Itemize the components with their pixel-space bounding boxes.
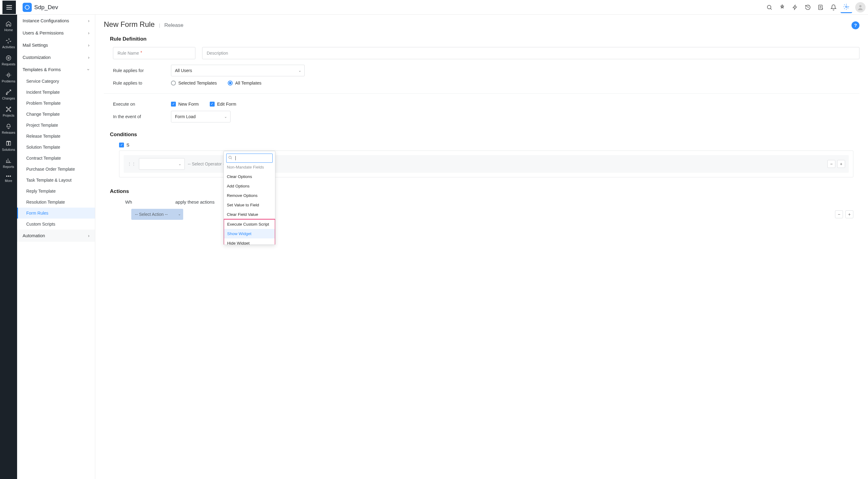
svg-point-12 [10,110,11,111]
svg-point-5 [8,57,9,59]
dropdown-item-add-options[interactable]: Add Options [224,181,275,191]
sidebar-item-custom-scripts[interactable]: Custom Scripts [17,219,95,230]
svg-point-10 [10,107,11,108]
dropdown-item[interactable]: Non-Mandate Fields [224,165,275,172]
nav-more[interactable]: More [0,171,17,186]
condition-toggle[interactable]: ✓S [119,142,854,148]
nav-solutions[interactable]: Solutions [0,137,17,155]
history-icon[interactable] [802,2,814,13]
settings-icon[interactable] [840,2,852,13]
section-rule-definition: Rule Definition [110,36,860,42]
sidebar-item-incident-template[interactable]: Incident Template [17,87,95,98]
condition-field-select[interactable]: ⌄ [139,158,185,170]
sidebar-item-contract-template[interactable]: Contract Template [17,153,95,164]
dropdown-item-clear-field[interactable]: Clear Field Value [224,210,275,219]
dropdown-item-clear-options[interactable]: Clear Options [224,172,275,181]
svg-point-13 [6,175,7,177]
description-input[interactable] [202,47,860,59]
svg-point-6 [6,56,11,60]
app-brand[interactable]: Sdp_Dev [23,3,58,12]
avatar[interactable] [855,2,866,12]
applies-for-label: Rule applies for [113,68,171,73]
chk-new-form[interactable]: ✓New Form [171,102,199,106]
nav-requests[interactable]: Requests [0,52,17,69]
remove-action-button[interactable]: − [835,210,843,218]
svg-point-4 [859,5,861,7]
nav-activities[interactable]: Activities [0,35,17,52]
sidebar-group-mail[interactable]: Mail Settings› [17,39,95,51]
svg-point-11 [6,110,7,111]
section-actions: Actions [110,188,860,194]
app-title: Sdp_Dev [34,4,58,11]
execute-label: Execute on [113,102,171,106]
sidebar-item-task-template[interactable]: Task Template & Layout [17,174,95,186]
bolt-icon[interactable] [789,2,801,13]
add-condition-button[interactable]: + [837,160,845,168]
sidebar-item-form-rules[interactable]: Form Rules [17,207,95,219]
sidebar-item-release-template[interactable]: Release Template [17,131,95,142]
dropdown-item-show-widget[interactable]: Show Widget [224,229,275,238]
sidebar-group-users[interactable]: Users & Permissions› [17,27,95,39]
add-action-button[interactable]: + [845,210,854,218]
svg-point-0 [25,5,29,9]
dropdown-search-input[interactable] [226,154,273,163]
content: New Form Rule | Release ? Rule Definitio… [95,15,868,479]
applies-to-label: Rule applies to [113,81,171,86]
radio-selected-templates[interactable]: Selected Templates [171,81,217,86]
topbar: Sdp_Dev [0,0,868,15]
app-logo-icon [23,3,32,12]
rule-name-input[interactable] [113,47,195,59]
nav-releases[interactable]: Releases [0,120,17,137]
chk-edit-form[interactable]: ✓Edit Form [210,102,236,106]
dropdown-item-hide-widget[interactable]: Hide Widget [224,238,275,245]
add-icon[interactable] [776,2,788,13]
condition-operator-select[interactable]: -- Select Operator -- ⌄ [188,161,229,166]
action-dropdown: Non-Mandate Fields Clear Options Add Opt… [223,151,275,245]
nav-home[interactable]: Home [0,18,17,35]
action-select[interactable]: -- Select Action --⌄ [131,209,183,220]
svg-point-14 [8,175,9,177]
svg-point-15 [10,175,11,177]
dropdown-item-execute-script[interactable]: Execute Custom Script [224,220,275,229]
dropdown-item-set-value[interactable]: Set Value to Field [224,200,275,210]
drag-handle-icon[interactable]: ⋮⋮ [127,161,136,166]
sidebar-item-solution-template[interactable]: Solution Template [17,142,95,153]
svg-point-7 [8,74,10,76]
section-conditions: Conditions [110,132,860,138]
sidebar-item-po-template[interactable]: Purchase Order Template [17,164,95,174]
svg-point-1 [767,5,771,9]
remove-condition-button[interactable]: − [827,160,835,168]
event-select[interactable]: Form Load⌄ [171,111,230,122]
dropdown-item-remove-options[interactable]: Remove Options [224,191,275,200]
sidebar-group-customization[interactable]: Customization› [17,51,95,64]
bell-icon[interactable] [828,2,839,13]
help-icon[interactable]: ? [851,21,860,29]
sidebar-group-templates[interactable]: Templates & Forms› [17,64,95,76]
search-icon [228,155,232,161]
page-subtitle: Release [164,22,183,28]
applies-for-select[interactable]: All Users⌄ [171,65,305,76]
sidebar-group-instance[interactable]: Instance Configurations› [17,15,95,27]
settings-sidebar: Instance Configurations› Users & Permiss… [17,15,95,479]
sidebar-item-project-template[interactable]: Project Template [17,120,95,131]
sidebar-item-problem-template[interactable]: Problem Template [17,98,95,109]
notes-icon[interactable] [815,2,827,13]
nav-reports[interactable]: Reports [0,155,17,171]
sidebar-item-change-template[interactable]: Change Template [17,109,95,120]
nav-changes[interactable]: Changes [0,86,17,103]
svg-point-16 [229,156,231,158]
radio-all-templates[interactable]: All Templates [228,81,261,86]
svg-point-9 [6,107,7,108]
nav-projects[interactable]: Projects [0,103,17,120]
primary-nav: Home Activities Requests Problems Change… [0,15,17,479]
search-icon[interactable] [764,2,775,13]
sidebar-item-resolution-template[interactable]: Resolution Template [17,197,95,207]
svg-point-3 [846,6,847,8]
sidebar-item-service-category[interactable]: Service Category [17,76,95,87]
hamburger-button[interactable] [2,1,16,14]
sidebar-item-reply-template[interactable]: Reply Template [17,186,95,197]
event-label: In the event of [113,114,171,119]
page-title: New Form Rule [104,20,155,29]
sidebar-group-automation[interactable]: Automation› [17,230,95,242]
nav-problems[interactable]: Problems [0,69,17,86]
